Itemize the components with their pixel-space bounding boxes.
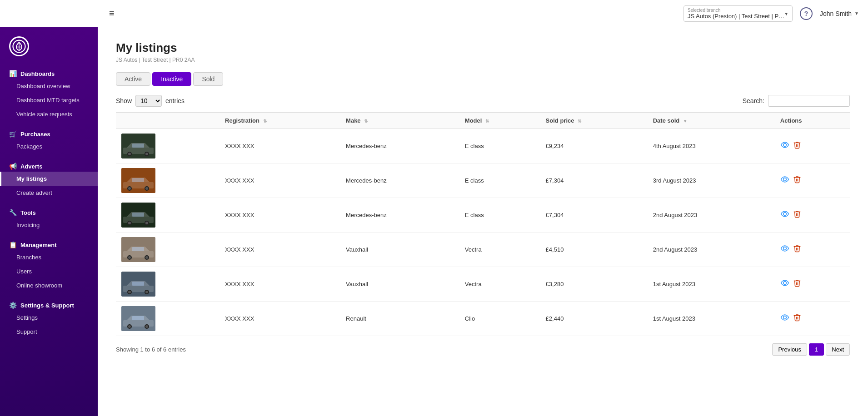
delete-icon[interactable] xyxy=(793,210,801,220)
sidebar-item-branches[interactable]: Branches xyxy=(0,250,98,264)
cell-model: Vectra xyxy=(459,233,540,267)
tab-active[interactable]: Active xyxy=(116,72,150,86)
svg-rect-9 xyxy=(132,144,144,148)
svg-rect-33 xyxy=(132,247,144,251)
tab-inactive[interactable]: Inactive xyxy=(152,72,191,86)
table-row: XXXX XXXMercedes-benzE class£9,2344th Au… xyxy=(116,129,850,163)
sidebar-item-invoicing[interactable]: Invoicing xyxy=(0,218,98,232)
col-model[interactable]: Model ⇅ xyxy=(459,113,540,129)
view-icon[interactable] xyxy=(780,278,789,290)
svg-point-50 xyxy=(783,316,786,319)
purchases-icon: 🛒 xyxy=(9,130,17,138)
tab-sold[interactable]: Sold xyxy=(193,72,223,86)
show-entries: Show 10 25 50 100 entries xyxy=(116,95,185,107)
table-row: XXXX XXXVauxhallVectra£3,2801st August 2… xyxy=(116,267,850,302)
logo-icon xyxy=(9,36,29,56)
col-date-sold[interactable]: Date sold ▼ xyxy=(648,113,775,129)
help-icon[interactable]: ? xyxy=(800,7,813,20)
delete-icon[interactable] xyxy=(793,279,801,289)
cell-sold-price: £3,280 xyxy=(540,267,648,302)
sidebar-item-my-listings[interactable]: My listings xyxy=(0,172,98,186)
view-icon[interactable] xyxy=(780,140,789,152)
cell-make: Mercedes-benz xyxy=(340,129,459,163)
svg-point-8 xyxy=(145,153,148,155)
svg-point-24 xyxy=(145,222,148,224)
cell-actions xyxy=(775,129,850,163)
show-label: Show xyxy=(116,97,132,104)
sort-make-icon: ⇅ xyxy=(364,119,368,124)
sidebar-item-dashboard-overview[interactable]: Dashboard overview xyxy=(0,79,98,93)
svg-rect-41 xyxy=(132,282,144,286)
branch-value: JS Autos (Preston) | Test Street | PR0 2… xyxy=(688,13,788,20)
col-sold-price[interactable]: Sold price ⇅ xyxy=(540,113,648,129)
table-row: XXXX XXXMercedes-benzE class£7,3042nd Au… xyxy=(116,198,850,233)
col-make[interactable]: Make ⇅ xyxy=(340,113,459,129)
svg-point-34 xyxy=(783,247,786,250)
entries-label: entries xyxy=(165,97,185,104)
svg-point-46 xyxy=(128,325,131,328)
cell-model: Vectra xyxy=(459,267,540,302)
cell-make: Mercedes-benz xyxy=(340,163,459,198)
cell-make: Vauxhall xyxy=(340,233,459,267)
delete-icon[interactable] xyxy=(793,244,801,255)
branch-selector[interactable]: Selected branch JS Autos (Preston) | Tes… xyxy=(683,5,793,22)
cell-sold-price: £7,304 xyxy=(540,163,648,198)
branch-label: Selected branch xyxy=(688,8,788,13)
view-icon[interactable] xyxy=(780,313,789,324)
car-thumbnail xyxy=(121,203,155,228)
sidebar-section-settings: ⚙️ Settings & Support Settings Support xyxy=(0,297,98,339)
svg-point-42 xyxy=(783,282,786,285)
management-icon: 📋 xyxy=(9,241,17,248)
delete-icon[interactable] xyxy=(793,141,801,151)
svg-point-10 xyxy=(783,144,786,147)
table-row: XXXX XXXRenaultClio£2,4401st August 2023 xyxy=(116,302,850,336)
sidebar-item-settings[interactable]: Settings xyxy=(0,311,98,325)
sidebar-item-support[interactable]: Support xyxy=(0,325,98,339)
search-input[interactable] xyxy=(768,95,850,107)
entries-select[interactable]: 10 25 50 100 xyxy=(135,95,162,107)
car-thumbnail xyxy=(121,272,155,297)
sidebar-item-dashboard-mtd[interactable]: Dashboard MTD targets xyxy=(0,93,98,107)
cell-date-sold: 4th August 2023 xyxy=(648,129,775,163)
view-icon[interactable] xyxy=(780,244,789,255)
user-info[interactable]: John Smith xyxy=(820,10,859,17)
hamburger-icon[interactable]: ≡ xyxy=(109,8,115,19)
sidebar-item-vehicle-sale-requests[interactable]: Vehicle sale requests xyxy=(0,107,98,121)
svg-point-14 xyxy=(128,187,131,190)
sidebar-section-title-tools: 🔧 Tools xyxy=(0,204,98,218)
svg-point-18 xyxy=(783,178,786,181)
svg-point-30 xyxy=(128,256,131,259)
cell-model: Clio xyxy=(459,302,540,336)
sidebar-item-users[interactable]: Users xyxy=(0,264,98,278)
table-controls: Show 10 25 50 100 entries Search: xyxy=(116,95,850,107)
sidebar-item-packages[interactable]: Packages xyxy=(0,139,98,154)
sidebar-section-title-management: 📋 Management xyxy=(0,237,98,250)
sidebar-item-online-showroom[interactable]: Online showroom xyxy=(0,278,98,292)
cell-date-sold: 3rd August 2023 xyxy=(648,163,775,198)
pagination-next[interactable]: Next xyxy=(826,343,850,356)
tools-icon: 🔧 xyxy=(9,209,17,216)
svg-rect-25 xyxy=(132,213,144,217)
col-registration[interactable]: Registration ⇅ xyxy=(219,113,340,129)
sidebar-section-title-purchases: 🛒 Purchases xyxy=(0,126,98,139)
view-icon[interactable] xyxy=(780,209,789,221)
cell-date-sold: 2nd August 2023 xyxy=(648,233,775,267)
data-table: Registration ⇅ Make ⇅ Model ⇅ Sold price… xyxy=(116,112,850,336)
view-icon[interactable] xyxy=(780,175,789,186)
car-image-cell xyxy=(116,129,219,163)
pagination-previous[interactable]: Previous xyxy=(772,343,807,356)
main-content: My listings JS Autos | Test Street | PR0… xyxy=(98,27,868,416)
delete-icon[interactable] xyxy=(793,175,801,186)
page-title: My listings xyxy=(116,41,850,55)
sidebar-section-adverts: 📢 Adverts My listings Create advert xyxy=(0,158,98,200)
sidebar-item-create-advert[interactable]: Create advert xyxy=(0,186,98,200)
cell-actions xyxy=(775,198,850,233)
cell-make: Renault xyxy=(340,302,459,336)
cell-sold-price: £7,304 xyxy=(540,198,648,233)
svg-point-16 xyxy=(145,187,148,190)
cell-date-sold: 2nd August 2023 xyxy=(648,198,775,233)
pagination-page-1[interactable]: 1 xyxy=(809,343,824,356)
sidebar-section-tools: 🔧 Tools Invoicing xyxy=(0,204,98,232)
delete-icon[interactable] xyxy=(793,313,801,324)
sort-date-icon: ▼ xyxy=(683,119,688,124)
